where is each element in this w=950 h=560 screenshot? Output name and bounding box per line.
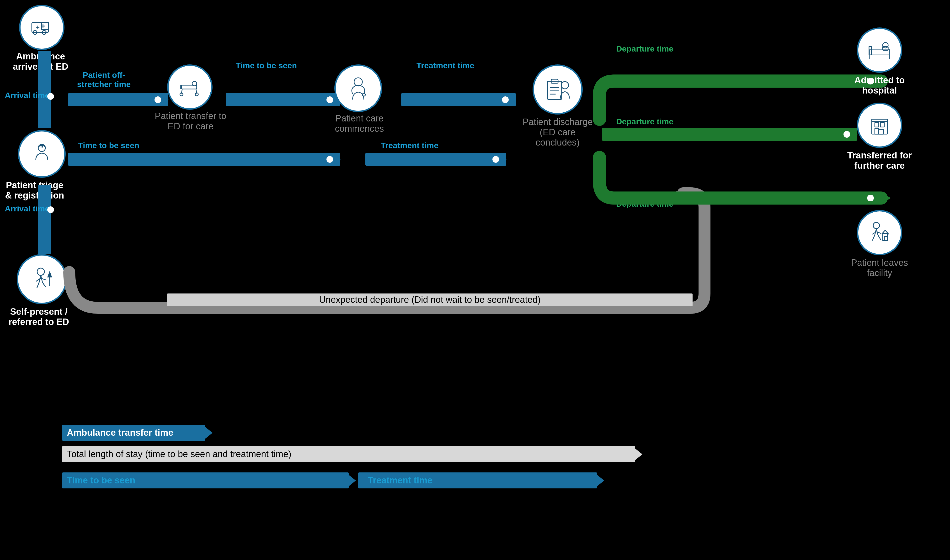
time-to-seen-arrow-2 (68, 153, 340, 166)
diagram-container: Ambulance arrives at ED Arrival time Pat… (0, 0, 950, 560)
legend-treatment-time: Treatment time (358, 472, 597, 488)
arrival-arrow-2 (38, 185, 51, 254)
stretcher-circle (167, 65, 213, 110)
svg-rect-35 (875, 122, 879, 127)
green-curve-leaves (552, 155, 886, 246)
svg-point-40 (37, 268, 45, 275)
svg-point-47 (867, 195, 874, 202)
arrival-dot-2 (47, 206, 54, 213)
svg-marker-42 (47, 271, 52, 277)
off-stretcher-arrow (68, 93, 168, 106)
departure-arrow-2 (602, 128, 857, 141)
self-present-circle (17, 254, 67, 304)
green-curve-admitted (552, 29, 886, 119)
triage-label: Patient triage & registration (2, 180, 67, 201)
time-to-be-seen-label-1: Time to be seen (226, 61, 307, 70)
svg-rect-36 (880, 122, 884, 127)
triage-circle (18, 130, 66, 178)
unexpected-label: Unexpected departure (Did not wait to be… (167, 294, 692, 306)
legend-time-to-seen: Time to be seen (62, 472, 349, 488)
svg-rect-33 (869, 46, 871, 55)
arrival-time-label-2: Arrival time (5, 204, 49, 213)
svg-point-30 (883, 43, 888, 48)
care-circle (334, 65, 382, 112)
admitted-label: Admitted to hospital (842, 75, 916, 96)
treatment-arrow-2 (366, 153, 506, 166)
care-label: Patient care commences (327, 113, 392, 134)
arrival-arrow-1 (38, 51, 51, 128)
self-present-label: Self-present / referred to ED (3, 307, 74, 327)
leaves-label: Patient leaves facility (842, 258, 916, 278)
svg-rect-37 (875, 128, 879, 134)
treatment-time-label-1: Treatment time (401, 61, 490, 70)
time-to-be-seen-label-2: Time to be seen (68, 141, 149, 150)
transferred-circle (857, 103, 902, 148)
off-stretcher-label: Patient off- stretcher time (67, 71, 141, 89)
legend-total-stay: Total length of stay (time to be seen an… (62, 446, 635, 462)
svg-rect-38 (879, 129, 884, 134)
transfer-label: Patient transfer to ED for care (154, 111, 228, 131)
treatment-time-label-2: Treatment time (366, 141, 454, 150)
arrival-time-label-1: Arrival time (5, 91, 49, 100)
svg-point-18 (354, 78, 362, 86)
legend-ambulance-transfer: Ambulance transfer time (62, 425, 205, 441)
time-to-seen-arrow-1 (226, 93, 340, 106)
admitted-circle (857, 28, 902, 73)
treatment-arrow-1 (401, 93, 516, 106)
ambulance-circle (19, 5, 65, 50)
departure-time-label-2: Departure time (616, 117, 674, 126)
arrival-dot-1 (47, 93, 54, 100)
discharge-label: Patient discharge (ED care concludes) (521, 117, 595, 148)
